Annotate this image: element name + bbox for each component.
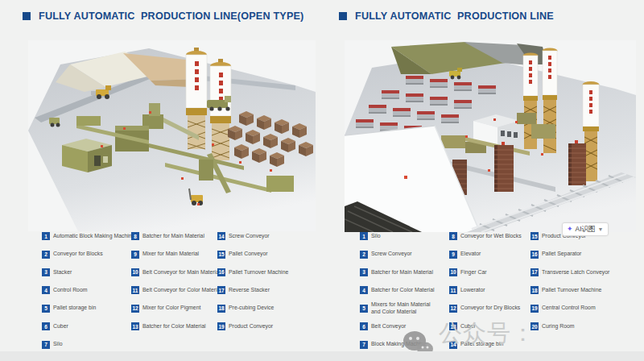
legend-number-badge: 2 [42, 251, 50, 259]
legend-item: 11Belt Conveyor for Color Material [131, 281, 221, 299]
legend-col-3-open-type: 14Screw Conveyor 15Pallet Conveyor 16Pal… [217, 227, 288, 335]
legend-label: Pallet Turnover Machine [542, 287, 601, 294]
legend-item: 11Lowerator [449, 281, 522, 299]
legend-number-badge: 14 [217, 232, 225, 240]
legend-number-badge: 8 [131, 232, 139, 240]
legend-label: Central Control Room [542, 305, 596, 312]
legend-item: 10Belt Conveyor for Main Material [131, 263, 221, 281]
production-line-open-type-render [28, 40, 316, 231]
legend-number-badge: 2 [360, 251, 368, 259]
legend-number-badge: 3 [360, 268, 368, 276]
legend-number-badge: 19 [530, 305, 539, 313]
legend-label: Product Conveyor [229, 323, 273, 330]
legend-label: Pallet Separator [542, 251, 581, 258]
legend-number-badge: 1 [42, 232, 50, 240]
legend-item: 13Cuber [449, 317, 522, 335]
legend-label: Mixer for Main Material [142, 251, 199, 258]
legend-label: Batcher for Main Material [142, 233, 204, 240]
legend-label: Pallet Turnover Machine [229, 269, 288, 276]
legend-label: Lowerator [460, 287, 485, 294]
legend-item: 10Finger Car [449, 263, 522, 281]
ai-image-search-button[interactable]: ✦ AI识图 ▼ [562, 222, 609, 236]
legend-label: Pre-cubing Device [229, 305, 274, 312]
legend-item: 13Batcher for Color Material [131, 317, 221, 335]
title-bullet-icon [339, 12, 347, 20]
legend-number-badge: 13 [131, 322, 139, 330]
legend-label: Transverse Latch Conveyor [542, 269, 609, 276]
legend-item: 1Silo [360, 227, 437, 245]
legend-number-badge: 7 [360, 341, 368, 349]
panel-right-title-row: FULLY AUTOMATIC PRODUCTION LINE [339, 10, 554, 22]
legend-number-badge: 4 [42, 286, 50, 294]
legend-number-badge: 9 [131, 251, 139, 259]
legend-number-badge: 16 [217, 268, 225, 276]
legend-number-badge: 20 [530, 322, 539, 330]
legend-item: 15Pallet Conveyor [217, 245, 288, 263]
legend-col-1-full-auto: 1Silo 2Screw Conveyor 3Batcher for Main … [360, 227, 437, 354]
legend-label: Batcher for Color Material [142, 323, 206, 330]
legend-item: 18Pre-cubing Device [217, 300, 288, 317]
legend-label: Curing Room [542, 323, 575, 330]
legend-number-badge: 12 [449, 305, 457, 313]
legend-number-badge: 11 [131, 286, 139, 294]
legend-number-badge: 4 [360, 286, 368, 294]
legend-item: 9Mixer for Main Material [131, 245, 221, 263]
legend-item: 4Batcher for Color Material [360, 281, 437, 299]
legend-item: 19Central Control Room [530, 300, 609, 317]
legend-label: Cuber [53, 323, 68, 330]
legend-number-badge: 17 [217, 286, 225, 294]
legend-item: 8Conveyor for Wet Blocks [449, 227, 522, 245]
legend-number-badge: 15 [217, 251, 225, 259]
legend-number-badge: 7 [42, 341, 50, 349]
legend-number-badge: 11 [449, 286, 457, 294]
legend-col-1-open-type: 1Automatic Block Making Machine 2Conveyo… [42, 227, 135, 354]
legend-label: Block Making Machine [371, 341, 427, 348]
legend-label: Belt Conveyor for Color Material [142, 287, 221, 294]
legend-label: Mixers for Main Material and Color Mater… [371, 301, 437, 315]
ai-button-label: AI识图 [576, 225, 596, 234]
legend-number-badge: 14 [449, 341, 457, 349]
legend-label: Reverse Stacker [229, 287, 270, 294]
legend-number-badge: 13 [449, 322, 457, 330]
legend-label: Belt Conveyor [371, 323, 406, 330]
legend-label: Pallet Conveyor [229, 251, 268, 258]
legend-item: 17Transverse Latch Conveyor [530, 263, 609, 281]
legend-item: 16Pallet Separator [530, 245, 609, 263]
legend-number-badge: 8 [449, 232, 457, 240]
legend-item: 3Stacker [42, 263, 135, 281]
legend-number-badge: 15 [530, 232, 539, 240]
legend-label: Conveyor for Blocks [53, 251, 103, 258]
legend-number-badge: 5 [42, 305, 50, 313]
legend-label: Cuber [460, 323, 476, 330]
legend-item: 3Batcher for Main Material [360, 263, 437, 281]
legend-item: 4Control Room [42, 281, 135, 299]
chevron-down-icon: ▼ [598, 226, 604, 232]
legend-item: 18Pallet Turnover Machine [530, 281, 609, 299]
legend-col-3-full-auto: 15Product Conveyor 16Pallet Separator 17… [530, 227, 609, 335]
legend-item: 17Reverse Stacker [217, 281, 288, 299]
legend-item: 5Pallet storage bin [42, 300, 135, 317]
legend-item: 16Pallet Turnover Machine [217, 263, 288, 281]
legend-number-badge: 18 [217, 305, 225, 313]
bottom-strip [0, 351, 644, 361]
legend-label: Conveyor for Dry Blocks [460, 305, 520, 312]
legend-label: Elevator [460, 251, 481, 258]
legend-item: 1Automatic Block Making Machine [42, 227, 135, 245]
legend-number-badge: 19 [217, 322, 225, 330]
illustration-full-auto [345, 40, 636, 232]
legend-item: 12Mixer for Color Pigment [131, 300, 221, 317]
legend-number-badge: 5 [360, 305, 368, 313]
legend-label: Conveyor for Wet Blocks [460, 233, 522, 240]
legend-number-badge: 1 [360, 232, 368, 240]
legend-label: Pallet storage bin [53, 305, 96, 312]
legend-col-2-open-type: 8Batcher for Main Material 9Mixer for Ma… [131, 227, 221, 335]
legend-number-badge: 6 [42, 322, 50, 330]
legend-label: Batcher for Color Material [371, 287, 435, 294]
legend-item: 12Conveyor for Dry Blocks [449, 300, 522, 317]
legend-label: Stacker [53, 269, 72, 276]
illustration-open-type [28, 40, 316, 231]
legend-number-badge: 17 [530, 268, 539, 276]
title-bullet-icon [23, 12, 31, 20]
legend-item: 2Conveyor for Blocks [42, 245, 135, 263]
legend-label: Finger Car [460, 269, 487, 276]
